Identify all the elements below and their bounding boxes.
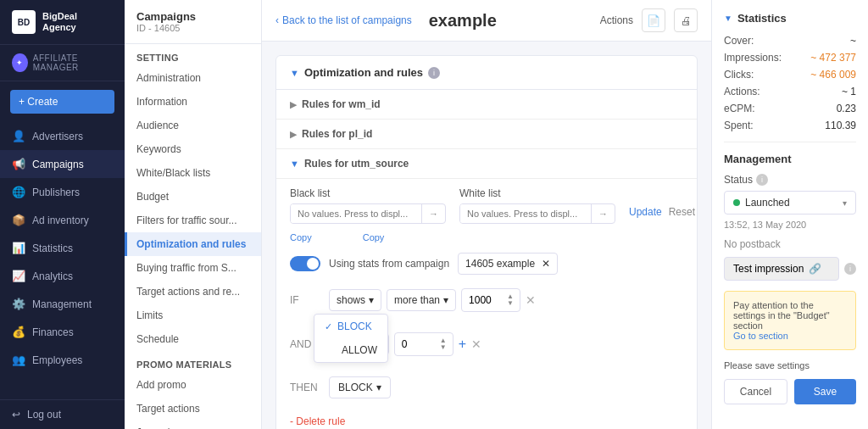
cancel-button[interactable]: Cancel [724,379,787,404]
black-list-field[interactable] [291,204,421,223]
then-select[interactable]: BLOCK ▾ [329,376,391,398]
and-remove-button[interactable]: ✕ [471,337,481,351]
logo-text: BigDealAgency [42,11,77,33]
logo: BD BigDealAgency [0,0,125,45]
nav-schedule[interactable]: Schedule [125,327,261,351]
more-than-select[interactable]: more than ▾ [387,289,456,311]
nav-limits[interactable]: Limits [125,304,261,327]
sidebar-item-finances[interactable]: 💰 Finances [0,318,125,346]
nav-keywords[interactable]: Keywords [125,137,261,161]
nav-filters[interactable]: Filters for traffic sour... [125,209,261,232]
then-row: THEN BLOCK ▾ [276,370,697,405]
save-button[interactable]: Save [794,379,856,404]
add-condition-button[interactable]: + [459,337,466,352]
actions-button[interactable]: Actions [600,14,633,26]
document-icon-button[interactable]: 📄 [642,8,665,32]
test-impression-button[interactable]: Test impression 🔗 [724,257,839,281]
setting-label: Setting [125,44,261,66]
if-number-field[interactable] [469,294,507,306]
status-chevron-icon: ▾ [843,198,847,208]
nav-buying-traffic[interactable]: Buying traffic from S... [125,256,261,280]
print-icon-button[interactable]: 🖨 [674,8,698,32]
and-stepper-down-icon[interactable]: ▼ [440,344,447,351]
status-value: Launched [745,197,790,209]
campaign-select-value: 14605 example [465,258,535,270]
nav-journal[interactable]: Journal [125,421,261,429]
black-list-col: Black list → [290,187,446,224]
please-save-text: Please save settings [724,360,856,370]
white-list-input[interactable]: → [459,203,615,224]
optimization-rules-header[interactable]: ▼ Optimization and rules i [276,56,697,90]
chevron-down-icon: ▼ [290,68,299,78]
link-icon: 🔗 [809,263,821,275]
black-list-input[interactable]: → [290,203,446,224]
nav-add-promo[interactable]: Add promo [125,373,261,397]
campaign-select-clear-icon[interactable]: ✕ [542,258,550,270]
optimization-rules-info-icon[interactable]: i [428,67,440,79]
and-stepper[interactable]: ▲ ▼ [440,337,447,351]
rules-pl-id-label: Rules for pl_id [302,128,372,140]
role-row: ✦ AFFILIATE MANAGER [0,45,125,81]
if-stepper[interactable]: ▲ ▼ [507,293,514,307]
black-copy-link[interactable]: Copy [290,232,312,242]
campaigns-id: ID - 14605 [136,23,249,33]
sidebar-item-ad-inventory[interactable]: 📦 Ad inventory [0,206,125,234]
nav-budget[interactable]: Budget [125,185,261,209]
rules-utm-source-header[interactable]: ▼ Rules for utm_source [276,149,697,179]
sidebar-item-advertisers[interactable]: 👤 Advertisers [0,122,125,150]
stats-toggle-icon[interactable]: ▼ [724,14,732,23]
test-impression-info-icon[interactable]: i [844,263,856,275]
and-number-input[interactable]: ▲ ▼ [394,332,453,356]
test-impression-label: Test impression [733,263,804,275]
nav-information[interactable]: Information [125,90,261,114]
sidebar-item-publishers[interactable]: 🌐 Publishers [0,178,125,206]
checkmark-icon: ✓ [325,321,332,332]
white-copy-link[interactable]: Copy [363,232,385,242]
sidebar-item-label: Publishers [32,187,80,198]
if-number-input[interactable]: ▲ ▼ [461,288,520,312]
stepper-down-icon[interactable]: ▼ [507,300,514,307]
sidebar-item-management[interactable]: ⚙️ Management [0,290,125,318]
ecpm-label: eCPM: [724,103,755,114]
white-list-field[interactable] [460,204,591,223]
white-list-arrow-icon[interactable]: → [591,204,615,223]
sidebar-item-label: Analytics [32,270,73,282]
create-button[interactable]: + Create [10,90,114,114]
nav-target-actions-main[interactable]: Target actions [125,397,261,421]
and-number-field[interactable] [402,338,440,350]
sidebar-item-statistics[interactable]: 📊 Statistics [0,234,125,262]
impressions-value: ~ 472 377 [810,52,856,64]
rules-wm-id-label: Rules for wm_id [302,98,381,110]
block-option[interactable]: ✓ BLOCK [314,315,387,338]
rules-wm-id-header[interactable]: ▶ Rules for wm_id [276,90,697,120]
nav-audience[interactable]: Audience [125,114,261,137]
allow-option[interactable]: ALLOW [314,338,387,362]
shows-select[interactable]: shows ▾ [329,289,381,311]
sidebar-item-employees[interactable]: 👥 Employees [0,346,125,374]
back-link[interactable]: ‹ Back to the list of campaigns [275,14,412,26]
if-remove-button[interactable]: ✕ [526,293,536,307]
stats-toggle[interactable] [290,256,320,271]
rules-pl-id-header[interactable]: ▶ Rules for pl_id [276,120,697,149]
logout-button[interactable]: ↩ Log out [0,400,125,429]
then-select-value: BLOCK [338,382,373,393]
go-to-section-link[interactable]: Go to section [733,331,847,341]
reset-button[interactable]: Reset [669,206,695,218]
nav-target-actions[interactable]: Target actions and re... [125,280,261,304]
nav-white-black-lists[interactable]: White/Black lists [125,161,261,185]
sidebar-item-campaigns[interactable]: 📢 Campaigns [0,150,125,178]
spent-row: Spent: 110.39 [724,120,856,131]
status-info-icon[interactable]: i [756,174,768,186]
status-dropdown[interactable]: Launched ▾ [724,191,856,214]
page-title: example [429,11,497,31]
update-button[interactable]: Update [629,206,662,218]
status-dot-icon [733,199,740,206]
delete-rule-button[interactable]: - Delete rule [276,412,697,429]
campaign-select[interactable]: 14605 example ✕ [458,253,558,275]
logout-icon: ↩ [12,409,20,421]
black-list-arrow-icon[interactable]: → [421,204,445,223]
nav-administration[interactable]: Administration [125,66,261,90]
sidebar-item-analytics[interactable]: 📈 Analytics [0,262,125,290]
sidebar-item-label: Campaigns [32,159,84,170]
nav-optimization[interactable]: Optimization and rules [125,232,261,256]
